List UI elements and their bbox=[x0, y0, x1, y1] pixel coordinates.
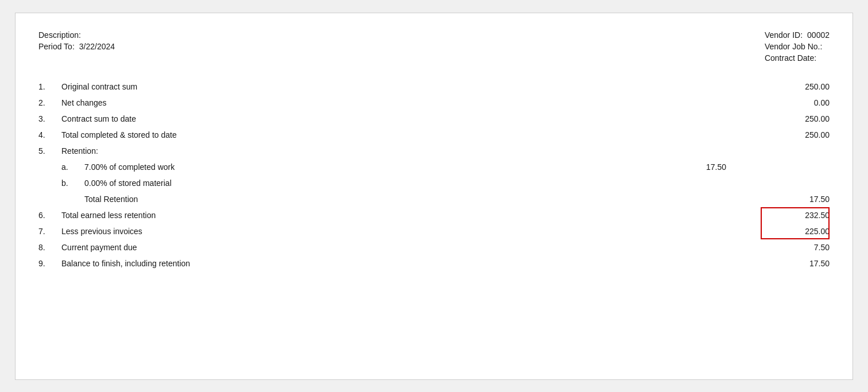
contract-date-label: Contract Date: bbox=[765, 53, 816, 63]
contract-date-row: Contract Date: bbox=[765, 53, 830, 63]
line-label-4: Total completed & stored to date bbox=[61, 130, 646, 139]
header-section: Description: Period To: 3/22/2024 Vendor… bbox=[38, 30, 830, 63]
line-value-6: 232.50 bbox=[761, 211, 830, 220]
period-to-label: Period To: bbox=[38, 42, 75, 51]
line-label-5: Retention: bbox=[61, 146, 646, 156]
sub-letter-b: b. bbox=[38, 178, 61, 188]
line-label-9: Balance to finish, including retention bbox=[61, 259, 646, 268]
vendor-id-label: Vendor ID: bbox=[765, 30, 803, 40]
line-value-3: 250.00 bbox=[761, 114, 830, 123]
line-item-1: 1. Original contract sum 250.00 bbox=[38, 79, 830, 95]
period-to-row: Period To: 3/22/2024 bbox=[38, 42, 115, 51]
line-value-7: 225.00 bbox=[761, 227, 830, 236]
sub-label-a: 7.00% of completed work bbox=[61, 162, 646, 172]
line-item-8: 8. Current payment due 7.50 bbox=[38, 239, 830, 255]
line-value-1: 250.00 bbox=[761, 82, 830, 91]
line-item-4: 4. Total completed & stored to date 250.… bbox=[38, 127, 830, 143]
vendor-id-value: 00002 bbox=[807, 30, 830, 40]
line-label-8: Current payment due bbox=[61, 243, 646, 252]
line-label-2: Net changes bbox=[61, 98, 646, 107]
header-right: Vendor ID: 00002 Vendor Job No.: Contrac… bbox=[765, 30, 830, 63]
description-label: Description: bbox=[38, 30, 81, 40]
line-items: 1. Original contract sum 250.00 2. Net c… bbox=[38, 79, 830, 271]
vendor-job-label: Vendor Job No.: bbox=[765, 42, 822, 51]
sub-label-total: Total Retention bbox=[61, 195, 646, 204]
line-num-3: 3. bbox=[38, 114, 61, 123]
line-item-2: 2. Net changes 0.00 bbox=[38, 95, 830, 111]
line-value-8: 7.50 bbox=[761, 243, 830, 252]
retention-a: a. 7.00% of completed work 17.50 bbox=[38, 159, 830, 175]
line-num-5: 5. bbox=[38, 146, 61, 156]
vendor-job-row: Vendor Job No.: bbox=[765, 42, 830, 51]
sub-value-total: 17.50 bbox=[761, 195, 830, 204]
line-value-9: 17.50 bbox=[761, 259, 830, 268]
line-num-2: 2. bbox=[38, 98, 61, 107]
sub-letter-a: a. bbox=[38, 162, 61, 172]
total-retention: Total Retention 17.50 bbox=[38, 191, 830, 207]
line-num-7: 7. bbox=[38, 227, 61, 236]
line-item-6: 6. Total earned less retention 232.50 bbox=[38, 207, 830, 223]
line-item-9: 9. Balance to finish, including retentio… bbox=[38, 255, 830, 271]
period-to-value: 3/22/2024 bbox=[79, 42, 115, 51]
sub-mid-a: 17.50 bbox=[646, 162, 761, 172]
line-num-6: 6. bbox=[38, 211, 61, 220]
line-label-7: Less previous invoices bbox=[61, 227, 646, 236]
description-row: Description: bbox=[38, 30, 115, 40]
vendor-id-row: Vendor ID: 00002 bbox=[765, 30, 830, 40]
line-item-5: 5. Retention: bbox=[38, 143, 830, 159]
line-label-3: Contract sum to date bbox=[61, 114, 646, 123]
page-container: Description: Period To: 3/22/2024 Vendor… bbox=[0, 0, 868, 392]
highlighted-section: 6. Total earned less retention 232.50 7.… bbox=[38, 207, 830, 239]
line-num-1: 1. bbox=[38, 82, 61, 91]
line-num-9: 9. bbox=[38, 259, 61, 268]
line-value-2: 0.00 bbox=[761, 98, 830, 107]
line-num-4: 4. bbox=[38, 130, 61, 139]
line-num-8: 8. bbox=[38, 243, 61, 252]
document: Description: Period To: 3/22/2024 Vendor… bbox=[15, 13, 853, 380]
retention-b: b. 0.00% of stored material bbox=[38, 175, 830, 191]
line-item-7: 7. Less previous invoices 225.00 bbox=[38, 223, 830, 239]
line-label-1: Original contract sum bbox=[61, 82, 646, 91]
line-item-3: 3. Contract sum to date 250.00 bbox=[38, 111, 830, 127]
header-left: Description: Period To: 3/22/2024 bbox=[38, 30, 115, 63]
line-value-4: 250.00 bbox=[761, 130, 830, 139]
sub-label-b: 0.00% of stored material bbox=[61, 178, 646, 188]
line-label-6: Total earned less retention bbox=[61, 211, 646, 220]
